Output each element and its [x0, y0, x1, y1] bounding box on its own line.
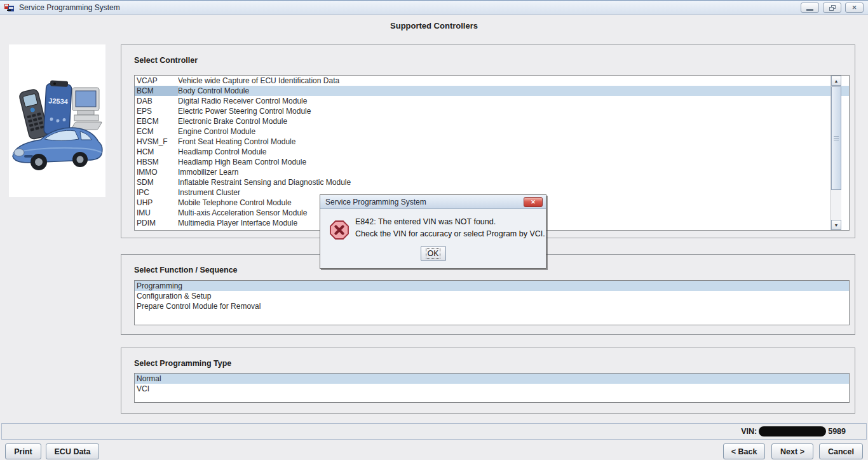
controller-name: Front Seat Heating Control Module [178, 137, 849, 147]
controller-name: Digital Radio Receiver Control Module [178, 96, 849, 106]
controller-name: Immobilizer Learn [178, 167, 849, 177]
function-label: Programming [135, 281, 849, 291]
vin-redaction-blob [759, 426, 826, 436]
ok-button-label: OK [426, 248, 440, 259]
controller-name: Electronic Brake Control Module [178, 116, 849, 126]
restore-icon [829, 5, 836, 11]
controller-code: EBCM [135, 116, 178, 126]
cancel-button[interactable]: Cancel [819, 443, 863, 459]
page-title: Supported Controllers [0, 21, 868, 30]
select-function-label: Select Function / Sequence [134, 266, 238, 274]
minimize-icon [806, 9, 813, 11]
controller-name: Engine Control Module [178, 126, 849, 137]
controller-scrollbar[interactable]: ▲ ▼ [831, 76, 841, 230]
vin-label: VIN: [741, 427, 757, 436]
controller-code: UHP [135, 198, 178, 208]
select-programming-type-group: Select Programming Type Normal VCI [121, 348, 855, 414]
scrollbar-thumb[interactable] [831, 86, 841, 190]
controller-row[interactable]: BCM Body Control Module [135, 86, 849, 96]
controller-row[interactable]: EBCM Electronic Brake Control Module [135, 116, 849, 126]
error-dialog: Service Programming System ✕ E842: The e… [320, 194, 546, 269]
controller-name: Headlamp High Beam Control Module [178, 157, 849, 167]
restore-button[interactable] [823, 3, 841, 13]
function-list[interactable]: Programming Configuration & Setup Prepar… [134, 280, 850, 325]
controller-code: IMU [135, 208, 178, 218]
j2534-car-image: J2534 [9, 44, 105, 197]
controller-code: ECM [135, 126, 178, 137]
scroll-up-icon: ▲ [834, 79, 839, 83]
window-titlebar: Service Programming System ✕ [0, 0, 868, 15]
svg-text:J2534: J2534 [48, 97, 69, 105]
controller-code: HCM [135, 147, 178, 157]
controller-code: HBSM [135, 157, 178, 167]
vin-content: VIN: 5989 [741, 424, 846, 439]
controller-row[interactable]: IMMO Immobilizer Learn [135, 167, 849, 177]
controller-code: SDM [135, 177, 178, 187]
controller-row[interactable]: SDM Inflatable Restraint Sensing and Dia… [135, 177, 849, 187]
controller-code: UPA [135, 228, 178, 231]
vehicle-programming-illustration: J2534 [9, 44, 105, 197]
function-row[interactable]: Programming [135, 281, 849, 291]
error-message-line1: E842: The entered VIN was NOT found. [355, 217, 496, 226]
ok-button[interactable]: OK [421, 246, 446, 261]
app-icon [4, 3, 15, 13]
function-label: Configuration & Setup [135, 291, 849, 301]
controller-code: IMMO [135, 167, 178, 177]
error-icon [330, 220, 349, 240]
controller-name: Vehicle wide Capture of ECU Identificati… [178, 76, 849, 86]
controller-code: HVSM_F [135, 137, 178, 147]
vin-visible-digits: 5989 [828, 427, 846, 436]
scroll-up-button[interactable]: ▲ [831, 76, 841, 86]
dialog-close-icon: ✕ [531, 199, 536, 205]
controller-code: BCM [135, 86, 178, 96]
ecu-data-button[interactable]: ECU Data [46, 443, 99, 459]
function-row[interactable]: Configuration & Setup [135, 291, 849, 301]
controller-row[interactable]: DAB Digital Radio Receiver Control Modul… [135, 96, 849, 106]
programming-type-list[interactable]: Normal VCI [134, 373, 850, 403]
controller-code: VCAP [135, 76, 178, 86]
scroll-down-button[interactable]: ▼ [831, 220, 841, 230]
close-button[interactable]: ✕ [845, 3, 864, 13]
print-button[interactable]: Print [5, 443, 41, 459]
error-dialog-body: E842: The entered VIN was NOT found. Che… [320, 209, 546, 269]
window-title: Service Programming System [19, 3, 120, 12]
controller-name: Inflatable Restraint Sensing and Diagnos… [178, 177, 849, 187]
select-controller-label: Select Controller [134, 56, 198, 65]
error-dialog-titlebar: Service Programming System ✕ [320, 195, 546, 209]
programming-type-label: VCI [135, 384, 849, 394]
function-label: Prepare Control Module for Removal [135, 301, 849, 311]
controller-code: EPS [135, 106, 178, 116]
window-controls: ✕ [801, 3, 864, 13]
minimize-button[interactable] [801, 3, 819, 13]
scroll-down-icon: ▼ [834, 223, 839, 227]
controller-row[interactable]: EPS Electric Power Steering Control Modu… [135, 106, 849, 116]
programming-type-row[interactable]: VCI [135, 384, 849, 394]
controller-name: Body Control Module [178, 86, 849, 96]
controller-row[interactable]: VCAP Vehicle wide Capture of ECU Identif… [135, 76, 849, 86]
error-dialog-title: Service Programming System [325, 198, 426, 206]
function-row[interactable]: Prepare Control Module for Removal [135, 301, 849, 311]
dialog-close-button[interactable]: ✕ [524, 197, 543, 207]
controller-code: PDIM [135, 218, 178, 228]
controller-row[interactable]: ECM Engine Control Module [135, 126, 849, 137]
controller-name: Headlamp Control Module [178, 147, 849, 157]
next-button[interactable]: Next > [771, 443, 813, 459]
programming-type-row[interactable]: Normal [135, 374, 849, 384]
close-icon: ✕ [852, 4, 857, 11]
select-programming-type-label: Select Programming Type [134, 359, 231, 368]
controller-name: Electric Power Steering Control Module [178, 106, 849, 116]
controller-code: IPC [135, 187, 178, 198]
error-message-line2: Check the VIN for accuracy or select Pro… [355, 229, 545, 238]
controller-row[interactable]: HBSM Headlamp High Beam Control Module [135, 157, 849, 167]
programming-type-label: Normal [135, 374, 849, 384]
controller-row[interactable]: HVSM_F Front Seat Heating Control Module [135, 137, 849, 147]
controller-row[interactable]: HCM Headlamp Control Module [135, 147, 849, 157]
scrollbar-grip-icon [834, 136, 839, 140]
controller-code: DAB [135, 96, 178, 106]
vin-bar: VIN: 5989 [1, 423, 867, 440]
back-button[interactable]: < Back [723, 443, 765, 459]
